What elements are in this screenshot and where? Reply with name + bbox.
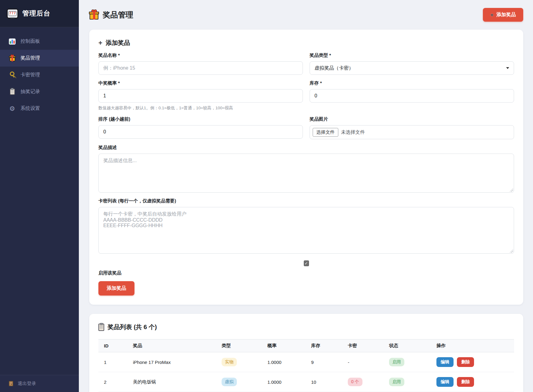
prize-type-select[interactable]: 虚拟奖品（卡密） xyxy=(310,61,514,75)
sidebar-menu: 控制面板 奖品管理 卡密管理 抽奖记录 ⚙ 系统设置 xyxy=(0,27,79,375)
key-icon xyxy=(9,72,16,78)
door-icon xyxy=(7,381,15,386)
probability-input[interactable] xyxy=(98,89,303,103)
description-textarea[interactable] xyxy=(98,154,514,193)
resize-handle-icon[interactable] xyxy=(510,249,513,253)
choose-file-button[interactable]: 选择文件 xyxy=(313,128,338,137)
cell-id: 1 xyxy=(98,352,127,372)
prize-name-label: 奖品名称 * xyxy=(98,53,303,58)
sidebar-item-prizes[interactable]: 奖品管理 xyxy=(0,50,79,67)
prize-name-input[interactable] xyxy=(98,61,303,75)
cell-id: 2 xyxy=(98,372,127,392)
table-row: 1 iPhone 17 ProMax 实物 1.0000 9 - 启用 编辑 删… xyxy=(98,352,514,372)
probability-hint: 数值越大越容易中，默认1。例：0.1=极低，1=普通，10=较高，100=很高 xyxy=(98,105,303,111)
logout-button[interactable]: 退出登录 xyxy=(0,375,79,392)
enable-checkbox-row: ✓ xyxy=(98,260,514,266)
page-title-text: 奖品管理 xyxy=(103,10,133,20)
add-prize-form-card: + 添加奖品 奖品名称 * 奖品类型 * 虚拟奖品（卡密） 中奖概率 * 数值越… xyxy=(89,30,523,305)
cell-prize-name: iPhone 17 ProMax xyxy=(127,352,216,372)
description-label: 奖品描述 xyxy=(98,145,514,151)
sidebar-item-label: 抽奖记录 xyxy=(20,89,40,95)
app-title: 管理后台 xyxy=(22,9,50,18)
form-card-title: + 添加奖品 xyxy=(98,39,514,47)
clipboard-icon xyxy=(9,89,16,95)
col-header-prize: 奖品 xyxy=(127,339,216,352)
delete-button[interactable]: 删除 xyxy=(457,377,474,387)
page-header: 奖品管理 + 添加奖品 xyxy=(89,0,523,30)
prize-type-label: 奖品类型 * xyxy=(310,53,514,58)
field-prize-type: 奖品类型 * 虚拟奖品（卡密） xyxy=(310,47,514,75)
prize-list-title: 奖品列表 (共 6 个) xyxy=(98,323,514,331)
field-stock: 库存 * xyxy=(310,75,514,111)
col-header-actions: 操作 xyxy=(431,339,514,352)
add-prize-header-button[interactable]: + 添加奖品 xyxy=(483,8,523,22)
chevron-down-icon xyxy=(506,67,509,69)
plus-icon: + xyxy=(490,12,494,18)
field-card-list: 卡密列表 (每行一个，仅虚拟奖品需要) xyxy=(98,198,514,254)
delete-button[interactable]: 删除 xyxy=(457,357,474,367)
sidebar-item-settings[interactable]: ⚙ 系统设置 xyxy=(0,100,79,117)
sidebar-item-label: 奖品管理 xyxy=(20,55,40,61)
cards-badge: 0 个 xyxy=(348,378,362,386)
sort-label: 排序 (越小越前) xyxy=(98,116,303,122)
col-header-stock: 库存 xyxy=(306,339,342,352)
sidebar-header: 777 管理后台 xyxy=(0,0,79,27)
sort-input[interactable] xyxy=(98,125,303,139)
col-header-probability: 概率 xyxy=(262,339,306,352)
resize-handle-icon[interactable] xyxy=(510,188,513,192)
gear-icon: ⚙ xyxy=(9,105,16,112)
field-prize-image: 奖品图片 选择文件 未选择文件 xyxy=(310,111,514,139)
submit-add-prize-label: 添加奖品 xyxy=(107,285,126,292)
gift-icon xyxy=(89,10,99,20)
col-header-cards: 卡密 xyxy=(342,339,384,352)
page-title: 奖品管理 xyxy=(89,10,133,20)
enable-prize-checkbox[interactable]: ✓ xyxy=(304,260,309,266)
prize-table: ID 奖品 类型 概率 库存 卡密 状态 操作 1 iPhone 17 ProM… xyxy=(98,339,514,392)
enable-prize-label: 启用该奖品 xyxy=(98,270,514,276)
stock-label: 库存 * xyxy=(310,80,514,86)
cell-probability: 1.0000 xyxy=(262,372,306,392)
probability-label: 中奖概率 * xyxy=(98,80,303,86)
prize-type-selected-value: 虚拟奖品（卡密） xyxy=(314,65,354,71)
cell-prize-name: 美的电饭锅 xyxy=(127,372,216,392)
add-prize-header-label: 添加奖品 xyxy=(496,12,516,18)
sidebar-item-label: 系统设置 xyxy=(20,105,40,112)
status-badge: 启用 xyxy=(389,358,404,366)
plus-icon: + xyxy=(98,40,102,46)
edit-button[interactable]: 编辑 xyxy=(436,357,454,367)
slot-machine-logo-icon: 777 xyxy=(7,9,18,19)
field-probability: 中奖概率 * 数值越大越容易中，默认1。例：0.1=极低，1=普通，10=较高，… xyxy=(98,75,303,111)
cell-probability: 1.0000 xyxy=(262,352,306,372)
cell-cards: - xyxy=(342,352,384,372)
col-header-id: ID xyxy=(98,339,127,352)
field-sort: 排序 (越小越前) xyxy=(98,111,303,139)
main-content: 奖品管理 + 添加奖品 + 添加奖品 奖品名称 * 奖品类型 * 虚拟奖品（卡密… xyxy=(79,0,533,392)
prize-image-label: 奖品图片 xyxy=(310,116,514,122)
cell-stock: 9 xyxy=(306,352,342,372)
card-list-label: 卡密列表 (每行一个，仅虚拟奖品需要) xyxy=(98,198,514,204)
no-file-chosen-text: 未选择文件 xyxy=(341,129,365,136)
type-badge: 虚拟 xyxy=(222,378,237,386)
gift-icon xyxy=(9,55,16,61)
card-list-textarea[interactable] xyxy=(98,207,514,254)
submit-add-prize-button[interactable]: 添加奖品 xyxy=(98,281,134,296)
sidebar-item-label: 卡密管理 xyxy=(20,72,40,78)
sidebar-item-cardkeys[interactable]: 卡密管理 xyxy=(0,67,79,83)
prize-image-file-input[interactable]: 选择文件 未选择文件 xyxy=(310,125,514,139)
table-header-row: ID 奖品 类型 概率 库存 卡密 状态 操作 xyxy=(98,339,514,352)
field-prize-name: 奖品名称 * xyxy=(98,47,303,75)
clipboard-icon xyxy=(98,324,104,331)
logout-label: 退出登录 xyxy=(18,381,36,387)
cell-stock: 10 xyxy=(306,372,342,392)
sidebar-item-label: 控制面板 xyxy=(20,38,40,45)
bar-chart-icon xyxy=(9,38,16,45)
table-row: 2 美的电饭锅 虚拟 1.0000 10 0 个 启用 编辑 删除 xyxy=(98,372,514,392)
sidebar-item-dashboard[interactable]: 控制面板 xyxy=(0,33,79,50)
edit-button[interactable]: 编辑 xyxy=(436,377,454,387)
type-badge: 实物 xyxy=(222,358,237,366)
field-description: 奖品描述 xyxy=(98,145,514,193)
sidebar-item-records[interactable]: 抽奖记录 xyxy=(0,83,79,100)
sidebar: 777 管理后台 控制面板 奖品管理 卡密管理 抽奖记录 ⚙ 系统设置 退出登录 xyxy=(0,0,79,392)
stock-input[interactable] xyxy=(310,89,514,103)
col-header-type: 类型 xyxy=(216,339,262,352)
